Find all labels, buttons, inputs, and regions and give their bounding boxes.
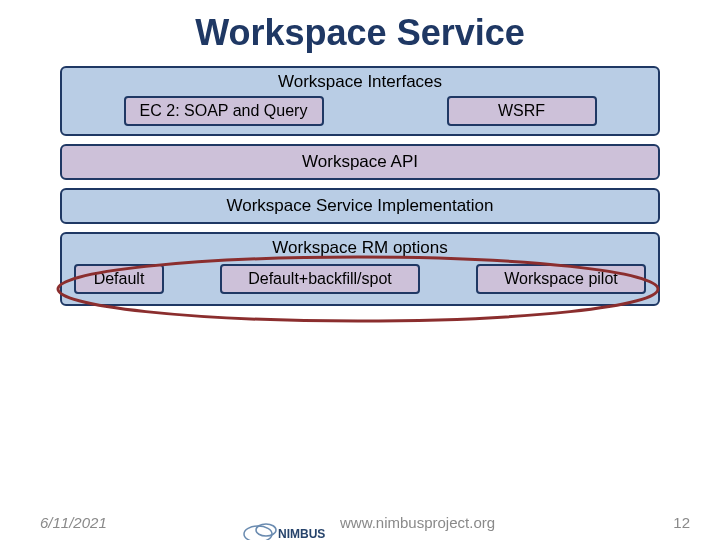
- architecture-stack: Workspace Interfaces EC 2: SOAP and Quer…: [60, 66, 660, 306]
- footer-page-number: 12: [673, 514, 690, 531]
- layer-interfaces-title: Workspace Interfaces: [62, 68, 658, 94]
- footer-url: www.nimbusproject.org: [340, 514, 495, 531]
- layer-api: Workspace API: [60, 144, 660, 180]
- layer-implementation: Workspace Service Implementation: [60, 188, 660, 224]
- box-default: Default: [74, 264, 164, 294]
- rm-options-row: Default Default+backfill/spot Workspace …: [62, 260, 658, 304]
- svg-point-2: [256, 524, 276, 536]
- layer-rm-options: Workspace RM options Default Default+bac…: [60, 232, 660, 306]
- box-default-backfill-spot: Default+backfill/spot: [220, 264, 420, 294]
- box-wsrf: WSRF: [447, 96, 597, 126]
- layer-impl-title: Workspace Service Implementation: [62, 196, 658, 216]
- footer-date: 6/11/2021: [40, 514, 107, 531]
- layer-rm-title: Workspace RM options: [62, 234, 658, 260]
- box-workspace-pilot: Workspace pilot: [476, 264, 646, 294]
- layer-interfaces: Workspace Interfaces EC 2: SOAP and Quer…: [60, 66, 660, 136]
- interfaces-row: EC 2: SOAP and Query WSRF: [62, 94, 658, 134]
- box-ec2: EC 2: SOAP and Query: [124, 96, 324, 126]
- nimbus-logo-text: NIMBUS: [278, 527, 325, 540]
- layer-api-title: Workspace API: [62, 152, 658, 172]
- nimbus-logo: NIMBUS: [240, 518, 330, 540]
- slide-title: Workspace Service: [0, 12, 720, 54]
